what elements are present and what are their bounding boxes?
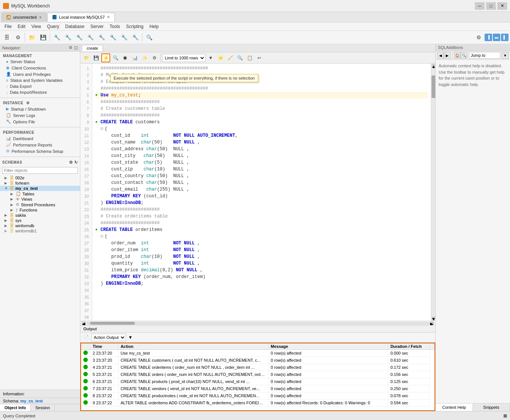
expand-winformdb[interactable]: ▶ — [4, 224, 8, 228]
nav-options-file[interactable]: 🔧 Options File — [0, 118, 80, 125]
star-btn[interactable]: ⭐ — [216, 53, 225, 62]
menu-scripting[interactable]: Scripting — [123, 23, 146, 30]
schema-winformdb[interactable]: ▶ 🗄 winformdb — [0, 223, 80, 228]
schema-my-cs-test[interactable]: ▼ 🗄 my_cs_test — [0, 186, 80, 191]
editor-tab-create[interactable]: create — [82, 45, 103, 51]
save-button[interactable]: 💾 — [38, 32, 48, 43]
schema-refresh-icon[interactable]: ↻ — [74, 160, 78, 165]
tab-local-instance[interactable]: 🗄 Local instance MySQL57 ✕ — [47, 13, 115, 22]
schema-forlearn[interactable]: ▶ 🗄 forlearn — [0, 180, 80, 186]
schema-002e[interactable]: ▶ 🗄 002e — [0, 175, 80, 180]
nav-expand-icon[interactable]: ◫ — [74, 45, 78, 50]
nav-home-btn[interactable]: 🏠 — [454, 52, 461, 59]
h-scroll-right[interactable]: ▶ — [430, 321, 434, 325]
nav-server-status[interactable]: ● Server Status — [0, 59, 80, 65]
expand-functions[interactable]: ▶ — [10, 208, 14, 212]
query-stats-btn[interactable]: 📋 — [245, 53, 254, 62]
expand-stored-proc[interactable]: ▶ — [10, 203, 14, 207]
toolbar-btn-6[interactable]: 🔧 — [85, 32, 96, 43]
toolbar-btn-9[interactable]: 🔧 — [119, 32, 129, 43]
nav-perf-schema-setup[interactable]: ⚙ Performance Schema Setup — [0, 148, 80, 154]
nav-startup-shutdown[interactable]: ▶ Startup / Shutdown — [0, 106, 80, 112]
session-tab[interactable]: Session — [31, 404, 55, 411]
scroll-up-btn[interactable]: ▲ — [432, 64, 435, 68]
expand-my-cs-test[interactable]: ▼ — [4, 186, 8, 190]
h-scroll-track[interactable] — [86, 322, 429, 325]
nav-forward-btn[interactable]: ▶ — [444, 52, 451, 59]
toolbar-btn-5[interactable]: 🔧 — [74, 32, 84, 43]
schema-sakila[interactable]: ▶ 🗄 sakila — [0, 213, 80, 218]
menu-database[interactable]: Database — [62, 23, 87, 30]
nav-filter-icon[interactable]: ⚙ — [69, 45, 72, 50]
maximize-button[interactable]: □ — [486, 2, 496, 10]
jump-to-input[interactable] — [469, 52, 500, 59]
horizontal-scrollbar[interactable]: ◀ ▶ — [80, 321, 435, 325]
schema-winformdb1[interactable]: ▶ 🗄 winformdb1 — [0, 228, 80, 234]
schema-views[interactable]: ▶ 👁 Views — [0, 197, 80, 202]
open-file-btn[interactable]: 📁 — [82, 53, 91, 62]
menu-query[interactable]: Query — [44, 23, 62, 30]
open-folder-button[interactable]: 📁 — [27, 32, 37, 43]
execute-current-btn[interactable]: 🔍 — [111, 53, 120, 62]
jump-dropdown-btn[interactable]: ▼ — [502, 52, 509, 59]
expand-views[interactable]: ▶ — [10, 197, 14, 201]
explain-btn[interactable]: 📊 — [130, 53, 139, 62]
settings-button[interactable]: ⚙ — [473, 32, 484, 43]
beautify-btn[interactable]: ✨ — [140, 53, 149, 62]
limit-apply-btn[interactable]: ▼ — [206, 53, 215, 62]
manage-connections-button[interactable]: ⚙ — [13, 32, 23, 43]
toggle-bottom-button[interactable]: ▬ — [493, 34, 500, 41]
filter-objects-input[interactable] — [2, 167, 78, 174]
expand-sys[interactable]: ▶ — [4, 219, 8, 222]
context-help-tab[interactable]: Context Help — [436, 404, 473, 411]
menu-edit[interactable]: Edit — [15, 23, 28, 30]
nav-data-export[interactable]: ↑ Data Export — [0, 83, 80, 89]
output-type-select[interactable]: Action Output — [91, 334, 126, 341]
tab-unconnected[interactable]: 🏠 unconnected ✕ — [1, 13, 47, 22]
scroll-track[interactable] — [431, 68, 435, 316]
schema-tables[interactable]: ▶ 📋 Tables — [0, 191, 80, 197]
nav-server-logs[interactable]: 📋 Server Logs — [0, 112, 80, 118]
toolbar-btn-8[interactable]: 🔧 — [108, 32, 118, 43]
format-btn[interactable]: ⚙ — [150, 53, 159, 62]
toolbar-btn-10[interactable]: 🔧 — [130, 32, 140, 43]
schema-stored-procedures[interactable]: ▶ ⚙ Stored Procedures — [0, 202, 80, 207]
search-btn[interactable]: 🔍 — [235, 53, 244, 62]
new-connection-button[interactable]: 🗄 — [1, 32, 12, 43]
snippets-tab[interactable]: Snippets — [473, 404, 510, 411]
nav-search-btn[interactable]: 🔍 — [461, 52, 467, 59]
expand-sakila[interactable]: ▶ — [4, 213, 8, 217]
schema-sys[interactable]: ▶ 🗄 sys — [0, 218, 80, 223]
code-content[interactable]: ########################################… — [92, 64, 431, 321]
menu-help[interactable]: Help — [146, 23, 162, 30]
nav-client-connections[interactable]: ◉ Client Connections — [0, 65, 80, 71]
h-scroll-left[interactable]: ◀ — [82, 321, 86, 325]
minimize-button[interactable]: ─ — [475, 2, 485, 10]
expand-winformdb1[interactable]: ▶ — [4, 229, 8, 233]
word-wrap-btn[interactable]: ↩ — [255, 53, 264, 62]
schema-functions[interactable]: ▶ ƒ Functions — [0, 207, 80, 213]
scroll-down-btn[interactable]: ▼ — [432, 316, 435, 320]
toggle-right-button[interactable]: ▌ — [501, 34, 509, 41]
close-button[interactable]: ✕ — [497, 2, 507, 10]
stop-btn[interactable]: ⏹ — [121, 53, 130, 62]
vertical-scrollbar[interactable]: ▲ ▼ — [431, 64, 435, 321]
nav-users-privileges[interactable]: 👤 Users and Privileges — [0, 71, 80, 77]
toggle-sidebar-button[interactable]: ▐ — [485, 34, 492, 41]
expand-tables[interactable]: ▶ — [10, 192, 14, 196]
expand-002e[interactable]: ▶ — [4, 176, 8, 180]
tab-close-unconnected[interactable]: ✕ — [39, 15, 42, 19]
menu-file[interactable]: File — [1, 23, 15, 30]
toolbar-btn-3[interactable]: 🔧 — [52, 32, 62, 43]
tab-close-local[interactable]: ✕ — [107, 15, 110, 19]
menu-view[interactable]: View — [28, 23, 44, 30]
toolbar-btn-7[interactable]: 🔧 — [96, 32, 107, 43]
inspector-button[interactable]: 🔍 — [144, 32, 154, 43]
nav-performance-reports[interactable]: 📈 Performance Reports — [0, 142, 80, 148]
menu-server[interactable]: Server — [87, 23, 106, 30]
object-info-tab[interactable]: Object Info — [0, 404, 31, 411]
limit-rows-select[interactable]: Limit to 1000 rows Limit to 200 rows Don… — [162, 54, 205, 62]
toolbar-btn-4[interactable]: 🔧 — [63, 32, 73, 43]
output-dropdown-arrow[interactable]: ▼ — [128, 335, 133, 340]
nav-dashboard[interactable]: 📊 Dashboard — [0, 135, 80, 142]
